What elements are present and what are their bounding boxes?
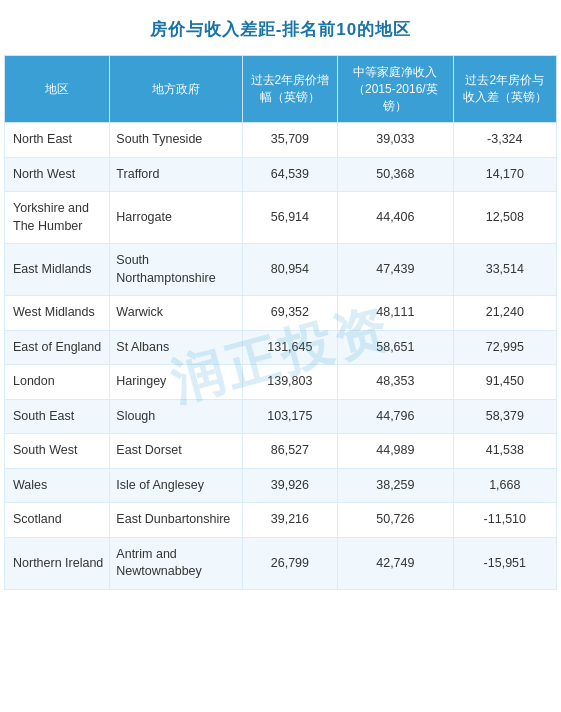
- cell-price_change: 39,926: [242, 468, 337, 503]
- cell-income: 44,406: [338, 192, 454, 244]
- cell-gov: Slough: [110, 399, 242, 434]
- header-row: 地区 地方政府 过去2年房价增幅（英镑） 中等家庭净收入（2015-2016/英…: [5, 56, 557, 123]
- cell-diff: 12,508: [453, 192, 556, 244]
- cell-gov: East Dorset: [110, 434, 242, 469]
- cell-gov: St Albans: [110, 330, 242, 365]
- cell-diff: 33,514: [453, 244, 556, 296]
- cell-region: London: [5, 365, 110, 400]
- table-row: South EastSlough103,17544,79658,379: [5, 399, 557, 434]
- table-wrapper: 地区 地方政府 过去2年房价增幅（英镑） 中等家庭净收入（2015-2016/英…: [0, 55, 561, 600]
- cell-price_change: 139,803: [242, 365, 337, 400]
- cell-income: 47,439: [338, 244, 454, 296]
- cell-income: 44,796: [338, 399, 454, 434]
- table-header: 地区 地方政府 过去2年房价增幅（英镑） 中等家庭净收入（2015-2016/英…: [5, 56, 557, 123]
- table-row: East MidlandsSouth Northamptonshire80,95…: [5, 244, 557, 296]
- cell-diff: 14,170: [453, 157, 556, 192]
- cell-region: South East: [5, 399, 110, 434]
- table-row: South WestEast Dorset86,52744,98941,538: [5, 434, 557, 469]
- cell-diff: -15,951: [453, 537, 556, 589]
- table-row: East of EnglandSt Albans131,64558,65172,…: [5, 330, 557, 365]
- cell-gov: South Northamptonshire: [110, 244, 242, 296]
- cell-diff: 1,668: [453, 468, 556, 503]
- cell-gov: South Tyneside: [110, 123, 242, 158]
- table-row: LondonHaringey139,80348,35391,450: [5, 365, 557, 400]
- cell-income: 50,368: [338, 157, 454, 192]
- col-header-gov: 地方政府: [110, 56, 242, 123]
- cell-gov: Harrogate: [110, 192, 242, 244]
- cell-gov: Trafford: [110, 157, 242, 192]
- cell-gov: East Dunbartonshire: [110, 503, 242, 538]
- col-header-diff: 过去2年房价与收入差（英镑）: [453, 56, 556, 123]
- cell-diff: 41,538: [453, 434, 556, 469]
- table-row: ScotlandEast Dunbartonshire39,21650,726-…: [5, 503, 557, 538]
- cell-income: 58,651: [338, 330, 454, 365]
- cell-price_change: 26,799: [242, 537, 337, 589]
- table-body: North EastSouth Tyneside35,70939,033-3,3…: [5, 123, 557, 590]
- cell-income: 48,353: [338, 365, 454, 400]
- cell-gov: Isle of Anglesey: [110, 468, 242, 503]
- cell-income: 50,726: [338, 503, 454, 538]
- cell-price_change: 103,175: [242, 399, 337, 434]
- cell-gov: Antrim and Newtownabbey: [110, 537, 242, 589]
- cell-income: 38,259: [338, 468, 454, 503]
- cell-gov: Warwick: [110, 296, 242, 331]
- cell-region: West Midlands: [5, 296, 110, 331]
- cell-price_change: 131,645: [242, 330, 337, 365]
- cell-region: North West: [5, 157, 110, 192]
- cell-region: Northern Ireland: [5, 537, 110, 589]
- cell-income: 42,749: [338, 537, 454, 589]
- col-header-price-change: 过去2年房价增幅（英镑）: [242, 56, 337, 123]
- cell-gov: Haringey: [110, 365, 242, 400]
- cell-income: 48,111: [338, 296, 454, 331]
- cell-price_change: 80,954: [242, 244, 337, 296]
- cell-diff: 72,995: [453, 330, 556, 365]
- cell-price_change: 69,352: [242, 296, 337, 331]
- cell-diff: -3,324: [453, 123, 556, 158]
- cell-diff: 91,450: [453, 365, 556, 400]
- table-row: Northern IrelandAntrim and Newtownabbey2…: [5, 537, 557, 589]
- table-row: WalesIsle of Anglesey39,92638,2591,668: [5, 468, 557, 503]
- cell-price_change: 56,914: [242, 192, 337, 244]
- data-table: 地区 地方政府 过去2年房价增幅（英镑） 中等家庭净收入（2015-2016/英…: [4, 55, 557, 590]
- cell-region: East Midlands: [5, 244, 110, 296]
- cell-region: Yorkshire and The Humber: [5, 192, 110, 244]
- cell-price_change: 39,216: [242, 503, 337, 538]
- cell-region: Wales: [5, 468, 110, 503]
- table-row: North WestTrafford64,53950,36814,170: [5, 157, 557, 192]
- cell-region: South West: [5, 434, 110, 469]
- cell-diff: 58,379: [453, 399, 556, 434]
- cell-price_change: 64,539: [242, 157, 337, 192]
- cell-income: 39,033: [338, 123, 454, 158]
- table-row: Yorkshire and The HumberHarrogate56,9144…: [5, 192, 557, 244]
- col-header-region: 地区: [5, 56, 110, 123]
- table-row: North EastSouth Tyneside35,70939,033-3,3…: [5, 123, 557, 158]
- cell-price_change: 86,527: [242, 434, 337, 469]
- cell-region: Scotland: [5, 503, 110, 538]
- cell-diff: 21,240: [453, 296, 556, 331]
- cell-income: 44,989: [338, 434, 454, 469]
- col-header-income: 中等家庭净收入（2015-2016/英镑）: [338, 56, 454, 123]
- cell-diff: -11,510: [453, 503, 556, 538]
- table-row: West MidlandsWarwick69,35248,11121,240: [5, 296, 557, 331]
- cell-region: North East: [5, 123, 110, 158]
- cell-region: East of England: [5, 330, 110, 365]
- cell-price_change: 35,709: [242, 123, 337, 158]
- page-title: 房价与收入差距-排名前10的地区: [0, 0, 561, 55]
